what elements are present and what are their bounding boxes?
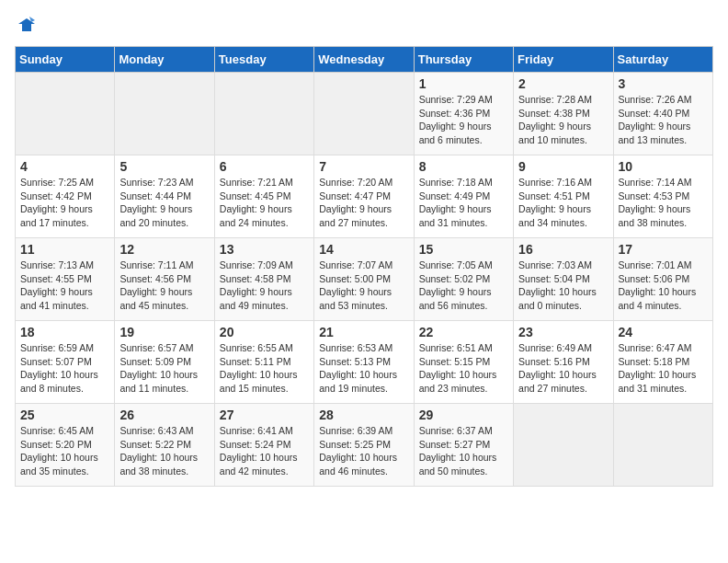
calendar-cell: 20Sunrise: 6:55 AMSunset: 5:11 PMDayligh…	[214, 321, 313, 404]
calendar-cell: 29Sunrise: 6:37 AMSunset: 5:27 PMDayligh…	[414, 404, 513, 487]
day-number: 24	[619, 325, 708, 339]
calendar-cell: 15Sunrise: 7:05 AMSunset: 5:02 PMDayligh…	[414, 238, 513, 321]
calendar-cell: 11Sunrise: 7:13 AMSunset: 4:55 PMDayligh…	[16, 238, 115, 321]
calendar-cell: 23Sunrise: 6:49 AMSunset: 5:16 PMDayligh…	[514, 321, 613, 404]
day-number: 9	[518, 159, 608, 174]
weekday-header-wednesday: Wednesday	[314, 47, 414, 73]
day-number: 21	[319, 325, 408, 339]
cell-info: Sunrise: 6:39 AMSunset: 5:25 PMDaylight:…	[319, 424, 408, 478]
calendar-cell	[214, 73, 313, 155]
day-number: 2	[518, 76, 608, 91]
day-number: 10	[619, 159, 708, 174]
day-number: 15	[419, 242, 508, 257]
cell-info: Sunrise: 7:20 AMSunset: 4:47 PMDaylight:…	[319, 176, 408, 230]
cell-info: Sunrise: 7:16 AMSunset: 4:51 PMDaylight:…	[518, 176, 608, 230]
logo-bird-icon	[17, 15, 37, 35]
day-number: 13	[220, 242, 309, 257]
cell-info: Sunrise: 6:57 AMSunset: 5:09 PMDaylight:…	[119, 341, 209, 396]
day-number: 8	[419, 159, 508, 174]
cell-info: Sunrise: 6:55 AMSunset: 5:11 PMDaylight:…	[220, 341, 309, 396]
page-header	[15, 15, 713, 39]
calendar-cell: 4Sunrise: 7:25 AMSunset: 4:42 PMDaylight…	[16, 155, 115, 238]
weekday-header-monday: Monday	[115, 47, 214, 73]
cell-info: Sunrise: 6:43 AMSunset: 5:22 PMDaylight:…	[119, 424, 209, 478]
cell-info: Sunrise: 7:14 AMSunset: 4:53 PMDaylight:…	[619, 176, 708, 230]
cell-info: Sunrise: 7:01 AMSunset: 5:06 PMDaylight:…	[619, 259, 708, 313]
cell-info: Sunrise: 6:41 AMSunset: 5:24 PMDaylight:…	[220, 424, 309, 478]
day-number: 1	[419, 76, 508, 91]
logo	[15, 15, 37, 39]
day-number: 3	[619, 76, 708, 91]
calendar-cell: 24Sunrise: 6:47 AMSunset: 5:18 PMDayligh…	[613, 321, 712, 404]
cell-info: Sunrise: 7:29 AMSunset: 4:36 PMDaylight:…	[419, 93, 508, 147]
day-number: 11	[20, 242, 109, 257]
day-number: 14	[319, 242, 408, 257]
calendar-cell: 2Sunrise: 7:28 AMSunset: 4:38 PMDaylight…	[514, 73, 613, 155]
calendar-cell: 14Sunrise: 7:07 AMSunset: 5:00 PMDayligh…	[314, 238, 414, 321]
calendar-cell: 28Sunrise: 6:39 AMSunset: 5:25 PMDayligh…	[314, 404, 414, 487]
calendar-cell: 21Sunrise: 6:53 AMSunset: 5:13 PMDayligh…	[314, 321, 414, 404]
weekday-header-thursday: Thursday	[414, 47, 513, 73]
calendar-cell: 12Sunrise: 7:11 AMSunset: 4:56 PMDayligh…	[115, 238, 214, 321]
calendar-cell: 26Sunrise: 6:43 AMSunset: 5:22 PMDayligh…	[115, 404, 214, 487]
calendar-cell: 1Sunrise: 7:29 AMSunset: 4:36 PMDaylight…	[414, 73, 513, 155]
day-number: 4	[20, 159, 109, 174]
day-number: 12	[119, 242, 209, 257]
calendar-cell: 6Sunrise: 7:21 AMSunset: 4:45 PMDaylight…	[214, 155, 313, 238]
day-number: 25	[20, 408, 109, 422]
cell-info: Sunrise: 7:13 AMSunset: 4:55 PMDaylight:…	[20, 259, 109, 313]
cell-info: Sunrise: 6:51 AMSunset: 5:15 PMDaylight:…	[419, 341, 508, 396]
day-number: 6	[220, 159, 309, 174]
calendar-cell: 16Sunrise: 7:03 AMSunset: 5:04 PMDayligh…	[514, 238, 613, 321]
calendar-cell	[314, 73, 414, 155]
calendar-cell: 25Sunrise: 6:45 AMSunset: 5:20 PMDayligh…	[16, 404, 115, 487]
cell-info: Sunrise: 7:03 AMSunset: 5:04 PMDaylight:…	[518, 259, 608, 313]
cell-info: Sunrise: 7:09 AMSunset: 4:58 PMDaylight:…	[220, 259, 309, 313]
calendar-cell	[514, 404, 613, 487]
cell-info: Sunrise: 6:37 AMSunset: 5:27 PMDaylight:…	[419, 424, 508, 478]
cell-info: Sunrise: 7:28 AMSunset: 4:38 PMDaylight:…	[518, 93, 608, 147]
cell-info: Sunrise: 6:53 AMSunset: 5:13 PMDaylight:…	[319, 341, 408, 396]
calendar-cell: 19Sunrise: 6:57 AMSunset: 5:09 PMDayligh…	[115, 321, 214, 404]
cell-info: Sunrise: 6:47 AMSunset: 5:18 PMDaylight:…	[619, 341, 708, 396]
day-number: 26	[119, 408, 209, 422]
calendar-cell: 17Sunrise: 7:01 AMSunset: 5:06 PMDayligh…	[613, 238, 712, 321]
calendar-cell: 5Sunrise: 7:23 AMSunset: 4:44 PMDaylight…	[115, 155, 214, 238]
cell-info: Sunrise: 7:05 AMSunset: 5:02 PMDaylight:…	[419, 259, 508, 313]
cell-info: Sunrise: 6:49 AMSunset: 5:16 PMDaylight:…	[518, 341, 608, 396]
calendar-cell: 9Sunrise: 7:16 AMSunset: 4:51 PMDaylight…	[514, 155, 613, 238]
calendar-cell: 13Sunrise: 7:09 AMSunset: 4:58 PMDayligh…	[214, 238, 313, 321]
cell-info: Sunrise: 7:11 AMSunset: 4:56 PMDaylight:…	[119, 259, 209, 313]
calendar-cell: 27Sunrise: 6:41 AMSunset: 5:24 PMDayligh…	[214, 404, 313, 487]
day-number: 29	[419, 408, 508, 422]
cell-info: Sunrise: 7:26 AMSunset: 4:40 PMDaylight:…	[619, 93, 708, 147]
cell-info: Sunrise: 7:18 AMSunset: 4:49 PMDaylight:…	[419, 176, 508, 230]
calendar-cell	[613, 404, 712, 487]
calendar-cell: 18Sunrise: 6:59 AMSunset: 5:07 PMDayligh…	[16, 321, 115, 404]
day-number: 18	[20, 325, 109, 339]
day-number: 27	[220, 408, 309, 422]
calendar-cell: 10Sunrise: 7:14 AMSunset: 4:53 PMDayligh…	[613, 155, 712, 238]
day-number: 19	[119, 325, 209, 339]
cell-info: Sunrise: 6:45 AMSunset: 5:20 PMDaylight:…	[20, 424, 109, 478]
cell-info: Sunrise: 7:23 AMSunset: 4:44 PMDaylight:…	[119, 176, 209, 230]
cell-info: Sunrise: 7:07 AMSunset: 5:00 PMDaylight:…	[319, 259, 408, 313]
calendar-cell: 8Sunrise: 7:18 AMSunset: 4:49 PMDaylight…	[414, 155, 513, 238]
calendar-cell: 22Sunrise: 6:51 AMSunset: 5:15 PMDayligh…	[414, 321, 513, 404]
day-number: 22	[419, 325, 508, 339]
weekday-header-friday: Friday	[514, 47, 613, 73]
weekday-header-saturday: Saturday	[613, 47, 712, 73]
day-number: 17	[619, 242, 708, 257]
day-number: 16	[518, 242, 608, 257]
calendar-cell	[115, 73, 214, 155]
day-number: 20	[220, 325, 309, 339]
cell-info: Sunrise: 6:59 AMSunset: 5:07 PMDaylight:…	[20, 341, 109, 396]
calendar-cell: 3Sunrise: 7:26 AMSunset: 4:40 PMDaylight…	[613, 73, 712, 155]
calendar-cell	[16, 73, 115, 155]
calendar-cell: 7Sunrise: 7:20 AMSunset: 4:47 PMDaylight…	[314, 155, 414, 238]
weekday-header-sunday: Sunday	[16, 47, 115, 73]
weekday-header-tuesday: Tuesday	[214, 47, 313, 73]
cell-info: Sunrise: 7:21 AMSunset: 4:45 PMDaylight:…	[220, 176, 309, 230]
cell-info: Sunrise: 7:25 AMSunset: 4:42 PMDaylight:…	[20, 176, 109, 230]
day-number: 5	[119, 159, 209, 174]
